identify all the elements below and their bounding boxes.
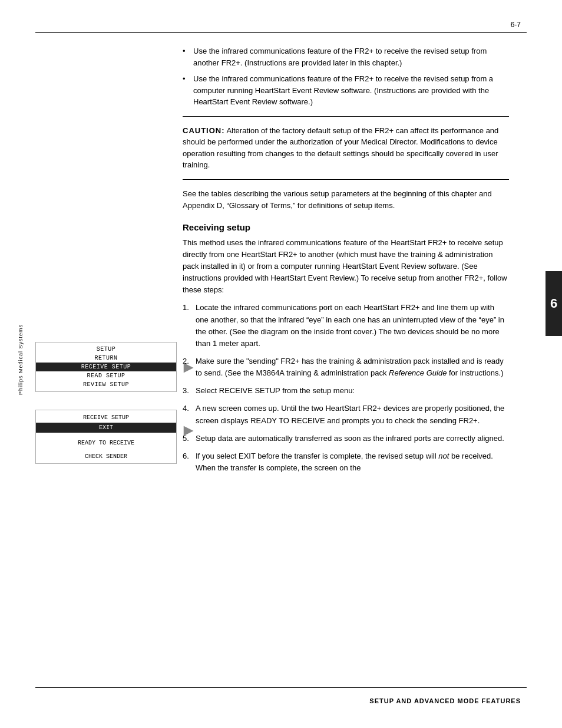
bottom-rule [35,687,527,688]
step-5: 5. Setup data are automatically transfer… [183,433,509,444]
see-paragraph: See the tables describing the various se… [183,188,509,212]
step-3-text: Select RECEIVE SETUP from the setup menu… [196,385,509,397]
menu-item-review-setup: REVIEW SETUP [36,380,176,389]
menu-item-receive-setup: RECEIVE SETUP [36,363,176,371]
caution-text: Alteration of the factory default setup … [183,126,498,170]
vertical-brand-text: Philips Medical Systems [18,324,24,395]
arrow-2: ► [180,421,197,440]
caution-label: CAUTION: [183,126,225,135]
step-1-text: Locate the infrared communications port … [196,302,509,350]
step-1: 1. Locate the infrared communications po… [183,302,509,350]
page-number-top: 6-7 [511,21,521,29]
step-5-text: Setup data are automatically transferred… [196,433,509,444]
bullet-item-1: Use the infrared communications feature … [183,45,509,68]
menu-item-return: RETURN [36,354,176,363]
menu-item-receive-setup-2: RECEIVE SETUP [36,413,176,423]
top-rule [35,32,527,33]
intro-paragraph: This method uses the infrared communicat… [183,237,509,297]
left-panel: SETUP RETURN RECEIVE SETUP READ SETUP RE… [35,342,177,472]
rule-after-caution [183,179,509,180]
menu-item-check-sender: CHECK SENDER [36,452,176,461]
step-2: 2. Make sure the "sending" FR2+ has the … [183,355,509,379]
steps-list: 1. Locate the infrared communications po… [183,302,509,474]
step-6: 6. If you select EXIT before the transfe… [183,450,509,474]
step-3-num: 3. [183,385,196,397]
menu-item-setup: SETUP [36,345,176,354]
step-3: 3. Select RECEIVE SETUP from the setup m… [183,385,509,397]
step-2-text: Make sure the "sending" FR2+ has the tra… [196,355,509,379]
step-6-text: If you select EXIT before the transfer i… [196,450,509,474]
step-6-num: 6. [183,450,196,474]
menu-item-exit: EXIT [36,423,176,433]
chapter-number: 6 [550,296,557,311]
menu-item-ready-to-receive: READY TO RECEIVE [36,439,176,447]
step-4: 4. A new screen comes up. Until the two … [183,403,509,426]
device-screen-1-wrapper: SETUP RETURN RECEIVE SETUP READ SETUP RE… [35,342,177,392]
device-screen-2: RECEIVE SETUP EXIT READY TO RECEIVE CHEC… [35,410,177,464]
bullet-list: Use the infrared communications feature … [183,45,509,108]
arrow-1: ► [180,358,197,377]
page-container: 6-7 6 Philips Medical Systems Use the in… [0,0,562,728]
bullet-item-2: Use the infrared communications feature … [183,73,509,108]
device-screen-2-wrapper: RECEIVE SETUP EXIT READY TO RECEIVE CHEC… [35,410,177,464]
menu-item-read-setup: READ SETUP [36,371,176,380]
caution-block: CAUTION: Alteration of the factory defau… [183,125,509,171]
rule-after-bullets [183,116,509,117]
footer-text: Setup and Advanced Mode Features [369,697,521,704]
device-screen-1: SETUP RETURN RECEIVE SETUP READ SETUP RE… [35,342,177,392]
chapter-tab: 6 [546,271,562,336]
step-4-text: A new screen comes up. Until the two Hea… [196,403,509,426]
step-1-num: 1. [183,302,196,350]
section-heading: Receiving setup [183,222,509,232]
main-content: Use the infrared communications feature … [183,38,509,480]
